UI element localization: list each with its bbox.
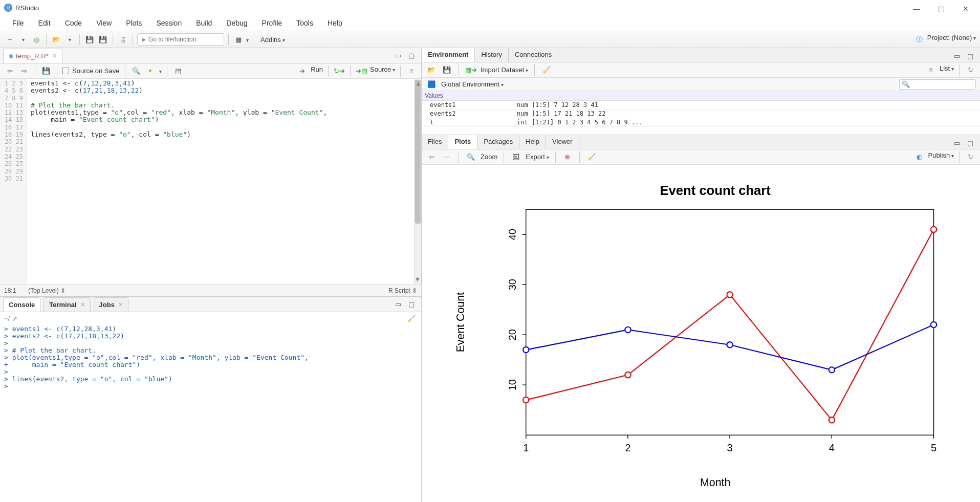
app-icon: R: [4, 4, 12, 12]
plots-tab-packages[interactable]: Packages: [477, 135, 519, 149]
project-label[interactable]: Project: (None): [927, 34, 976, 45]
maximize-env-icon[interactable]: ▢: [965, 50, 976, 61]
source-icon[interactable]: ➔▤: [356, 66, 367, 77]
menu-view[interactable]: View: [90, 17, 118, 29]
plots-tab-files[interactable]: Files: [422, 135, 448, 149]
plots-tab-help[interactable]: Help: [519, 135, 546, 149]
scope-label[interactable]: (Top Level) ⇕: [28, 287, 66, 294]
console-tab-jobs[interactable]: Jobs ✕: [94, 297, 128, 312]
menu-edit[interactable]: Edit: [32, 17, 57, 29]
load-workspace-icon[interactable]: 📂: [426, 64, 437, 76]
publish-icon[interactable]: ◐: [914, 151, 925, 163]
find-icon[interactable]: 🔍: [130, 66, 142, 77]
clear-workspace-icon[interactable]: 🧹: [541, 64, 552, 76]
open-recent-dropdown[interactable]: [64, 34, 75, 45]
list-view-icon[interactable]: ≡: [925, 64, 937, 76]
refresh-env-icon[interactable]: ↻: [965, 64, 976, 76]
console-tab-terminal[interactable]: Terminal ✕: [43, 297, 90, 312]
plots-tab-plots[interactable]: Plots: [448, 135, 477, 149]
import-dataset-icon[interactable]: ▦➔: [465, 64, 476, 76]
env-search-input[interactable]: [910, 81, 973, 88]
minimize-button[interactable]: —: [910, 5, 923, 13]
run-line-icon[interactable]: ➔: [296, 66, 308, 77]
import-dataset-button[interactable]: Import Dataset: [481, 66, 528, 74]
menu-build[interactable]: Build: [190, 17, 218, 29]
zoom-icon[interactable]: 🔍: [465, 151, 476, 163]
close-button[interactable]: ✕: [960, 5, 972, 13]
save-workspace-icon[interactable]: 💾: [441, 64, 452, 76]
partition-env-icon[interactable]: ▭: [951, 50, 963, 61]
new-file-dropdown[interactable]: [17, 34, 29, 45]
menu-code[interactable]: Code: [59, 17, 88, 29]
menu-plots[interactable]: Plots: [120, 17, 148, 29]
project-icon[interactable]: ⓡ: [914, 34, 925, 45]
grid-view-icon[interactable]: ▦: [233, 34, 244, 45]
menu-profile[interactable]: Profile: [256, 17, 289, 29]
console-tab-console[interactable]: Console: [3, 297, 40, 312]
refresh-plot-icon[interactable]: ↻: [965, 151, 976, 163]
grid-dropdown[interactable]: [246, 36, 249, 43]
code-editor[interactable]: 1 2 3 4 5 6 7 8 9 10 11 12 13 14 15 16 1…: [0, 79, 421, 284]
new-file-icon[interactable]: ＋: [4, 34, 15, 45]
save-button[interactable]: 💾: [40, 66, 52, 77]
goto-file-field[interactable]: [148, 36, 221, 43]
env-tab-environment[interactable]: Environment: [422, 48, 475, 62]
svg-text:3: 3: [727, 442, 733, 453]
console-output[interactable]: > events1 <- c(7,12,28,3,41) > events2 <…: [0, 324, 421, 502]
rerun-icon[interactable]: ↻➔: [334, 66, 345, 77]
goto-file-input[interactable]: ➤: [137, 33, 224, 46]
clear-console-icon[interactable]: 🧹: [406, 313, 417, 324]
plot-next-icon[interactable]: ⇨: [441, 151, 452, 163]
clear-plots-icon[interactable]: 🧹: [586, 151, 597, 163]
forward-icon[interactable]: ⇨: [18, 66, 30, 77]
menu-tools[interactable]: Tools: [290, 17, 319, 29]
partition-icon[interactable]: ▭: [393, 298, 404, 310]
source-on-save-checkbox[interactable]: [62, 68, 69, 74]
svg-point-27: [523, 347, 529, 353]
language-label[interactable]: R Script ⇕: [388, 287, 417, 294]
back-icon[interactable]: ⇦: [4, 66, 15, 77]
env-tab-connections[interactable]: Connections: [509, 48, 558, 62]
env-search[interactable]: 🔍: [899, 79, 976, 90]
wand-icon[interactable]: ✦: [145, 66, 156, 77]
editor-scrollbar[interactable]: ▼▲: [414, 79, 421, 284]
editor-tab[interactable]: ◉ temp_R.R* ✕: [3, 49, 62, 63]
new-project-icon[interactable]: ◎: [31, 34, 42, 45]
plot-prev-icon[interactable]: ⇦: [426, 151, 437, 163]
maximize-pane-icon[interactable]: ▢: [406, 50, 417, 61]
code-area[interactable]: events1 <- c(7,12,28,3,41) events2 <- c(…: [27, 79, 414, 284]
svg-text:Event count chart: Event count chart: [660, 183, 771, 198]
list-button[interactable]: List: [940, 64, 954, 76]
maximize-console-icon[interactable]: ▢: [406, 298, 417, 310]
close-tab-icon[interactable]: ✕: [52, 53, 57, 59]
save-all-icon[interactable]: 💾: [97, 34, 108, 45]
source-button[interactable]: Source: [370, 66, 395, 77]
save-icon[interactable]: 💾: [84, 34, 95, 45]
env-row[interactable]: events1num [1:5] 7 12 28 3 41: [422, 101, 980, 110]
maximize-plot-icon[interactable]: ▢: [965, 137, 976, 148]
run-button[interactable]: Run: [311, 66, 323, 77]
env-scope[interactable]: Global Environment: [441, 80, 504, 88]
remove-plot-icon[interactable]: ⊗: [562, 151, 573, 163]
partition-plot-icon[interactable]: ▭: [951, 137, 963, 148]
partition-icon[interactable]: ▭: [393, 50, 404, 61]
print-icon[interactable]: 🖨: [117, 34, 128, 45]
export-button[interactable]: Export: [526, 153, 549, 161]
maximize-button[interactable]: ▢: [935, 5, 947, 13]
plots-tab-viewer[interactable]: Viewer: [546, 135, 579, 149]
outline-icon[interactable]: ≡: [406, 66, 417, 77]
menu-debug[interactable]: Debug: [220, 17, 253, 29]
open-file-icon[interactable]: 📂: [51, 34, 62, 45]
report-icon[interactable]: ▤: [172, 66, 184, 77]
zoom-button[interactable]: Zoom: [481, 153, 497, 161]
publish-button[interactable]: Publish: [928, 151, 954, 163]
export-icon[interactable]: 🖼: [510, 151, 521, 163]
wand-dropdown[interactable]: [159, 67, 162, 75]
menu-session[interactable]: Session: [150, 17, 188, 29]
env-tab-history[interactable]: History: [475, 48, 508, 62]
env-row[interactable]: tint [1:21] 0 1 2 3 4 5 6 7 8 9 ...: [422, 118, 980, 127]
addins-button[interactable]: Addins: [257, 36, 288, 43]
menu-file[interactable]: File: [6, 17, 30, 29]
env-row[interactable]: events2num [1:5] 17 21 18 13 22: [422, 110, 980, 118]
menu-help[interactable]: Help: [321, 17, 349, 29]
